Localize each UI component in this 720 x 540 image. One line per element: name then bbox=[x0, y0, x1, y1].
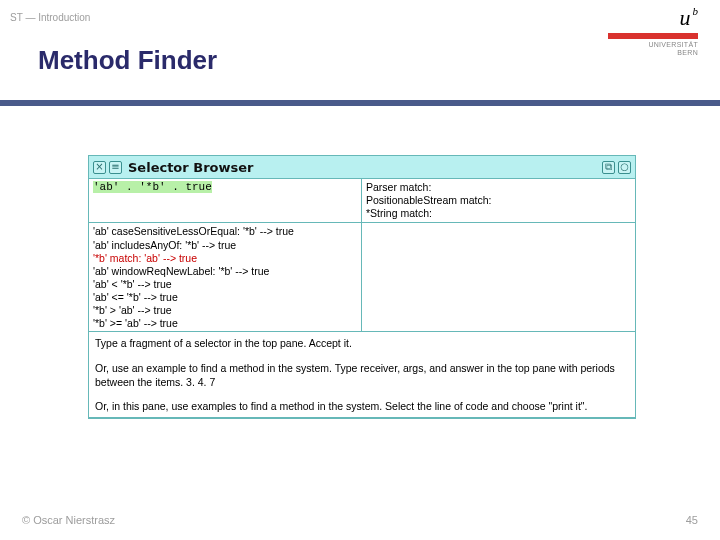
list-item[interactable]: '*b' > 'ab' --> true bbox=[93, 304, 357, 317]
help-text: Or, in this pane, use examples to find a… bbox=[95, 399, 629, 413]
logo-b-letter: b bbox=[693, 5, 699, 17]
list-item[interactable]: 'ab' windowReqNewLabel: '*b' --> true bbox=[93, 265, 357, 278]
menu-icon[interactable]: ≡ bbox=[109, 161, 122, 174]
page-number: 45 bbox=[686, 514, 698, 526]
header-rule bbox=[0, 100, 720, 106]
close-icon[interactable]: × bbox=[93, 161, 106, 174]
expand-icon[interactable]: ○ bbox=[618, 161, 631, 174]
collapse-icon[interactable]: ⧉ bbox=[602, 161, 615, 174]
logo-line2: BERN bbox=[608, 49, 698, 57]
help-pane[interactable]: Type a fragment of a selector in the top… bbox=[89, 332, 635, 418]
breadcrumb: ST — Introduction bbox=[10, 12, 90, 23]
window-titlebar[interactable]: × ≡ Selector Browser ⧉ ○ bbox=[89, 156, 635, 178]
logo-u-letter: u bbox=[680, 5, 691, 31]
help-text: Type a fragment of a selector in the top… bbox=[95, 336, 629, 350]
copyright: © Oscar Nierstrasz bbox=[22, 514, 115, 526]
list-item[interactable]: 'ab' caseSensitiveLessOrEqual: '*b' --> … bbox=[93, 225, 357, 238]
selector-input[interactable]: 'ab' . '*b' . true bbox=[89, 179, 362, 222]
list-item[interactable]: PositionableStream match: bbox=[366, 194, 631, 207]
selector-browser-window: × ≡ Selector Browser ⧉ ○ 'ab' . '*b' . t… bbox=[88, 155, 636, 419]
list-item[interactable]: 'ab' <= '*b' --> true bbox=[93, 291, 357, 304]
list-item[interactable]: Parser match: bbox=[366, 181, 631, 194]
help-text: Or, use an example to find a method in t… bbox=[95, 361, 629, 389]
list-item[interactable]: 'ab' < '*b' --> true bbox=[93, 278, 357, 291]
list-item[interactable]: *String match: bbox=[366, 207, 631, 220]
class-match-list[interactable]: Parser match:PositionableStream match:*S… bbox=[362, 179, 635, 222]
window-title: Selector Browser bbox=[126, 160, 598, 175]
list-item[interactable]: '*b' match: 'ab' --> true bbox=[93, 252, 357, 265]
list-item[interactable]: 'ab' includesAnyOf: '*b' --> true bbox=[93, 239, 357, 252]
logo-line1: UNIVERSITÄT bbox=[608, 41, 698, 49]
page-title: Method Finder bbox=[38, 45, 217, 76]
results-list[interactable]: 'ab' caseSensitiveLessOrEqual: '*b' --> … bbox=[89, 223, 362, 331]
list-item[interactable]: '*b' >= 'ab' --> true bbox=[93, 317, 357, 330]
logo-red-bar bbox=[608, 33, 698, 39]
selector-input-text: 'ab' . '*b' . true bbox=[93, 181, 212, 193]
list-item[interactable]: 'ab' ~= '*b' --> true bbox=[93, 330, 357, 331]
university-logo: u b UNIVERSITÄT BERN bbox=[608, 5, 698, 58]
detail-pane[interactable] bbox=[362, 223, 635, 331]
